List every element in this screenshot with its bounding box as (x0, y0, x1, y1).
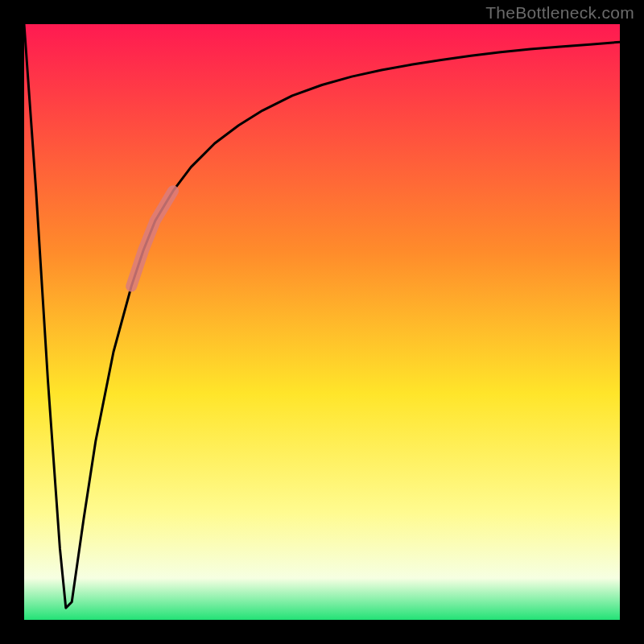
watermark-text: TheBottleneck.com (485, 3, 634, 23)
gradient-background (24, 24, 620, 620)
chart-frame: TheBottleneck.com (0, 0, 644, 644)
plot-svg (24, 24, 620, 620)
plot-area (24, 24, 620, 620)
